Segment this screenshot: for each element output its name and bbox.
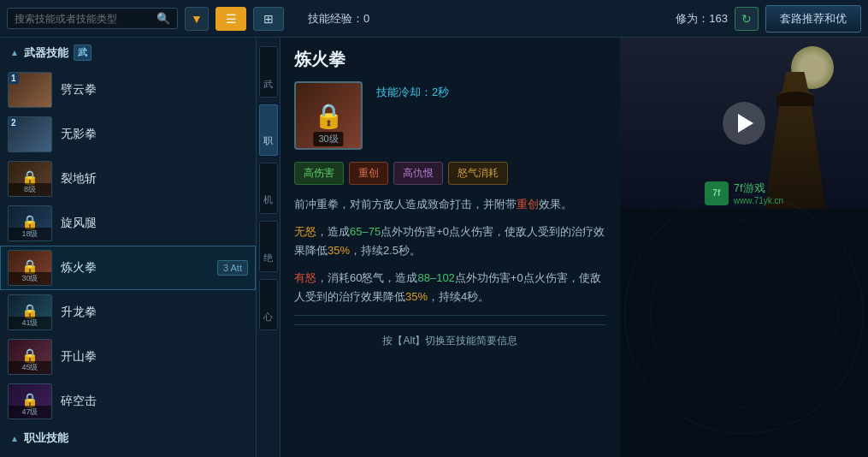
skill-name-xuanfeng: 旋风腿 [61,216,97,231]
tag-anger-consume[interactable]: 怒气消耗 [448,162,508,185]
tab-wu[interactable]: 武 [259,46,278,98]
skill-meta: 技能冷却：2秒 [376,81,449,105]
skill-icon-lianhuo: 🔒 30级 [8,250,52,286]
skill-desc-main: 前冲重拳，对前方敌人造成致命打击，并附带重创效果。 [294,195,606,214]
skill-name-shenglong: 升龙拳 [61,305,97,320]
highlight-pct1: 35% [328,244,350,257]
skill-level: 45级 [9,361,51,374]
tab-ji[interactable]: 机 [259,163,278,214]
tab-zhi[interactable]: 职 [259,104,278,156]
skill-name-wuying: 无影拳 [61,127,97,142]
weapon-section-header[interactable]: ▲ 武器技能 武 [0,38,256,68]
skill-icon-liedi: 🔒 8级 [8,161,52,197]
skill-level: 30级 [9,272,51,285]
skill-info-row: 🔒 30级 技能冷却：2秒 [294,81,606,150]
highlight-pct2: 35% [405,290,428,303]
divider [294,315,606,316]
skill-name-liedi: 裂地斩 [61,171,97,187]
highlight-dmg2: 88–102 [417,271,454,284]
section-arrow: ▲ [10,434,19,443]
highlight-younu: 有怒 [294,271,316,284]
skill-level: 41级 [9,317,51,329]
skill-item-kaishan[interactable]: 🔒 45级 开山拳 [0,335,256,379]
character-hat [776,89,814,106]
skill-level: 18级 [9,228,51,240]
skill-name-lianhuo: 炼火拳 [61,260,97,276]
skill-detail: 炼火拳 🔒 30级 技能冷却：2秒 高伤害 重创 高仇恨 怒气消耗 前冲重拳，对… [280,38,620,457]
recommend-button[interactable]: 套路推荐和优 [765,5,861,33]
att-badge: 3 Att [217,260,248,276]
skill-item-shenglong[interactable]: 🔒 41级 升龙拳 [0,290,256,335]
skill-num-1: 1 [9,73,19,84]
tab-xin[interactable]: 心 [259,279,278,330]
skill-icon-suiji: 🔒 47级 [8,383,52,419]
filter-button[interactable]: ▼ [185,7,209,31]
highlight-zhongchuang: 重创 [517,198,539,211]
skill-desc-nowrath: 无怒，造成65–75点外功伤害+0点火伤害，使敌人受到的治疗效果降低35%，持续… [294,223,606,260]
job-section-header[interactable]: ▲ 职业技能 [0,424,256,453]
tag-high-hatred[interactable]: 高仇恨 [393,162,443,185]
main-layout: ▲ 武器技能 武 1 劈云拳 2 无影拳 🔒 8级 裂地斩 [0,38,868,457]
section-arrow: ▲ [10,48,19,57]
tag-row: 高伤害 重创 高仇恨 怒气消耗 [294,162,606,185]
tab-jue[interactable]: 绝 [259,221,278,272]
skill-name-kaishan: 开山拳 [61,349,97,365]
skill-desc-wrath: 有怒，消耗60怒气，造成88–102点外功伤害+0点火伤害，使敌人受到的治疗效果… [294,269,606,306]
skill-detail-icon: 🔒 30级 [294,81,363,150]
skill-level: 8级 [9,183,51,196]
skill-title: 炼火拳 [294,48,606,71]
play-button[interactable] [723,102,765,145]
list-view-button[interactable]: ☰ [216,7,246,31]
search-input[interactable] [15,13,151,25]
skill-icon-xuanfeng: 🔒 18级 [8,205,52,241]
cooldown-info: 技能冷却：2秒 [376,85,449,100]
skill-icon-shenglong: 🔒 41级 [8,294,52,330]
skill-item-liedi[interactable]: 🔒 8级 裂地斩 [0,157,256,201]
repair-info: 修为：163 [676,11,728,27]
search-icon: 🔍 [156,12,170,25]
skill-name-suiji: 碎空击 [61,394,97,409]
search-box[interactable]: 🔍 [7,8,178,29]
skill-name-biyun: 劈云拳 [61,82,97,98]
deco-circle-inner [650,220,838,408]
highlight-wunu: 无怒 [294,225,316,238]
skill-item-xuanfeng[interactable]: 🔒 18级 旋风腿 [0,201,256,246]
skill-item-lijin[interactable]: 🔒 2级 力劲 [0,453,256,457]
skill-exp-label: 技能经验：0 [308,11,369,27]
right-panel: 7f 7f游戏 www.71yk.cn [620,38,868,457]
sidebar: ▲ 武器技能 武 1 劈云拳 2 无影拳 🔒 8级 裂地斩 [0,38,257,457]
weapon-section-label: 武器技能 [24,45,68,61]
alt-hint: 按【Alt】切换至技能简要信息 [294,324,606,348]
weapon-tag: 武 [74,45,92,61]
refresh-button[interactable]: ↻ [735,7,759,31]
skill-item-biyun[interactable]: 1 劈云拳 [0,68,256,112]
tag-heavy-hit[interactable]: 重创 [349,162,388,185]
center-tabs: 武 职 机 绝 心 [257,38,280,457]
skill-icon-biyun: 1 [8,72,52,108]
skill-icon-kaishan: 🔒 45级 [8,339,52,375]
skill-level: 47级 [9,406,51,418]
background-deco [620,171,868,457]
skill-detail-level: 30级 [313,132,343,146]
top-bar: 🔍 ▼ ☰ ⊞ 技能经验：0 修为：163 ↻ 套路推荐和优 [0,0,868,38]
job-section-label: 职业技能 [24,430,68,446]
skill-item-suiji[interactable]: 🔒 47级 碎空击 [0,379,256,424]
grid-view-button[interactable]: ⊞ [253,7,284,31]
lock-icon-large: 🔒 [314,102,344,130]
skill-item-wuying[interactable]: 2 无影拳 [0,112,256,157]
skill-item-lianhuo[interactable]: 🔒 30级 炼火拳 3 Att [0,246,256,290]
highlight-dmg1: 65–75 [350,225,381,238]
tag-high-damage[interactable]: 高伤害 [294,162,344,185]
skill-icon-wuying: 2 [8,116,52,152]
skill-num-2: 2 [9,117,19,128]
